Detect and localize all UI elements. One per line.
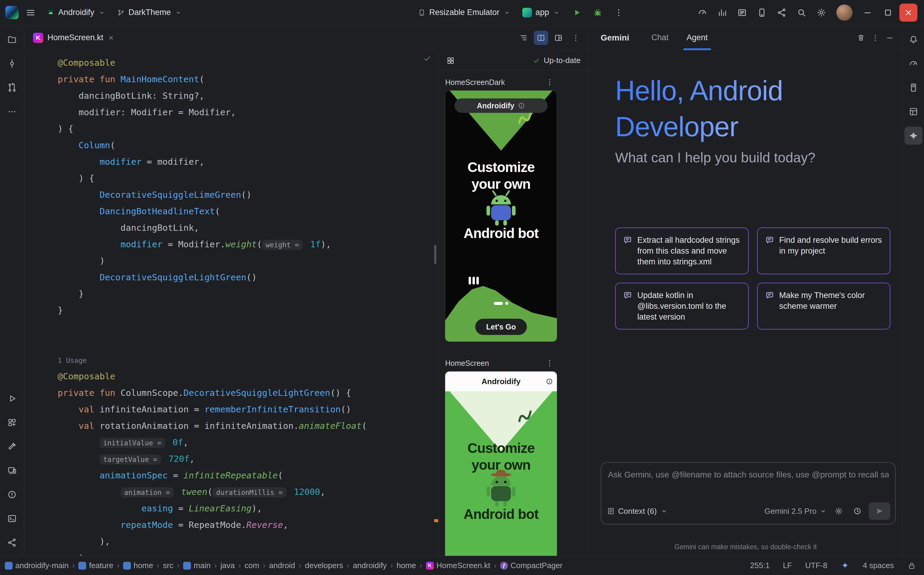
- project-icon[interactable]: [3, 30, 21, 49]
- run-icon[interactable]: [3, 389, 21, 408]
- version-control-icon[interactable]: [3, 534, 21, 551]
- android-bot-image: [481, 187, 521, 227]
- gemini-prompt-input[interactable]: [608, 470, 889, 480]
- breadcrumb-item[interactable]: developers: [305, 561, 343, 570]
- minimize-button[interactable]: [859, 3, 876, 22]
- more-icon[interactable]: [3, 103, 21, 121]
- preview-menu-button[interactable]: [542, 356, 557, 370]
- chat-bubble-icon: [623, 235, 633, 245]
- gemini-suggestion-card[interactable]: Update kotlin in @libs.version.toml to t…: [615, 283, 749, 329]
- logcat-icon[interactable]: [733, 3, 751, 22]
- tab-label: HomeScreen.kt: [48, 33, 103, 42]
- version-control-icon[interactable]: [773, 3, 791, 22]
- avatar[interactable]: [837, 5, 852, 21]
- tab-agent[interactable]: Agent: [684, 25, 711, 50]
- ai-spark-icon[interactable]: [841, 561, 849, 570]
- build-icon[interactable]: [3, 438, 21, 456]
- device-manager-icon[interactable]: [753, 3, 771, 22]
- breadcrumb-separator: ›: [156, 561, 160, 570]
- run-button[interactable]: [568, 3, 586, 22]
- context-icon: [607, 507, 615, 515]
- device-explorer-icon[interactable]: [905, 79, 922, 97]
- gemini-suggestion-card[interactable]: Make my Theme's color scheme warmer: [757, 283, 891, 329]
- editor-scrollbar[interactable]: [434, 245, 436, 264]
- breadcrumb-item[interactable]: HomeScreen.kt: [426, 561, 490, 570]
- gemini-settings-button[interactable]: [832, 504, 846, 518]
- gemini-prompt-box[interactable]: Context (6) Gemini 2.5 Pro: [601, 462, 896, 524]
- breadcrumb-item[interactable]: androidify-main: [5, 561, 69, 570]
- inspections-ok-icon[interactable]: [423, 54, 432, 64]
- code-line: val infiniteAnimation = rememberInfinite…: [58, 401, 438, 418]
- statusbar-right: 255:1 LF UTF-8 4 spaces: [750, 561, 916, 570]
- breadcrumb-item[interactable]: src: [163, 561, 173, 570]
- commit-icon[interactable]: [3, 55, 21, 73]
- pull-requests-icon[interactable]: [3, 79, 21, 97]
- line-separator[interactable]: LF: [783, 561, 792, 570]
- history-button[interactable]: [850, 504, 865, 518]
- preview-menu-button[interactable]: [542, 75, 557, 89]
- breadcrumb-item[interactable]: java: [220, 561, 235, 570]
- app-insights-icon[interactable]: [713, 3, 731, 22]
- terminal-icon[interactable]: [3, 510, 21, 527]
- gemini-suggestion-card[interactable]: Find and resolve build errors in my proj…: [757, 227, 891, 274]
- more-actions-button[interactable]: [610, 3, 628, 22]
- branch-selector[interactable]: DarkTheme: [113, 3, 186, 22]
- preview-homescreen-dark[interactable]: Androidify Customize your own: [445, 91, 557, 342]
- maximize-button[interactable]: [879, 3, 897, 22]
- preview-name-dark: HomeScreenDark: [445, 78, 505, 87]
- project-selector[interactable]: Androidify: [43, 3, 110, 22]
- breadcrumb-item[interactable]: home: [396, 561, 416, 570]
- services-icon[interactable]: [3, 413, 21, 432]
- gemini-options-button[interactable]: [868, 30, 883, 45]
- breadcrumb-item[interactable]: feature: [78, 561, 113, 570]
- problems-icon[interactable]: [3, 486, 21, 504]
- code-line: ) {: [58, 121, 438, 137]
- settings-icon[interactable]: [812, 3, 830, 22]
- breadcrumb-separator: ›: [176, 561, 180, 570]
- context-label: Context (6): [618, 507, 657, 516]
- close-button[interactable]: [899, 3, 918, 22]
- notifications-icon[interactable]: [905, 30, 922, 49]
- device-selector[interactable]: Resizable Emulator: [413, 3, 515, 22]
- breadcrumb-item[interactable]: androidify: [353, 561, 387, 570]
- send-button[interactable]: [869, 502, 891, 520]
- preview-homescreen-light[interactable]: Androidify Customize your own: [445, 372, 557, 556]
- running-devices-icon[interactable]: [3, 462, 21, 480]
- tab-actions: [516, 30, 583, 45]
- layout-inspector-icon[interactable]: [905, 103, 922, 121]
- file-encoding[interactable]: UTF-8: [805, 561, 827, 570]
- left-sidebar: [0, 25, 24, 556]
- close-tab-icon[interactable]: [108, 34, 115, 41]
- context-selector[interactable]: Context (6): [607, 507, 668, 516]
- indent-style[interactable]: 4 spaces: [863, 561, 894, 570]
- run-config-selector[interactable]: app: [518, 3, 565, 22]
- caret-position[interactable]: 255:1: [750, 561, 770, 570]
- breadcrumb-item[interactable]: home: [123, 561, 153, 570]
- split-editor-button[interactable]: [534, 30, 548, 45]
- breadcrumb-item[interactable]: com: [245, 561, 259, 570]
- editor-structure-button[interactable]: [516, 30, 531, 45]
- debug-button[interactable]: [589, 3, 607, 22]
- preview-gallery-button[interactable]: [444, 53, 458, 68]
- gemini-suggestion-card[interactable]: Extract all hardcoded strings from this …: [615, 227, 749, 274]
- profiler-icon[interactable]: [905, 55, 922, 73]
- editor-layout-button[interactable]: [551, 30, 566, 45]
- breadcrumb-item[interactable]: main: [183, 561, 210, 570]
- code-editor[interactable]: @Composableprivate fun MainHomeContent( …: [24, 51, 438, 556]
- lets-go-button: Let's Go: [475, 319, 527, 335]
- model-selector[interactable]: Gemini 2.5 Pro: [765, 507, 827, 516]
- tab-options-button[interactable]: [569, 30, 583, 45]
- gemini-icon[interactable]: [905, 127, 922, 145]
- tab-chat[interactable]: Chat: [649, 25, 671, 50]
- code-line: Column(: [58, 137, 438, 154]
- lock-icon[interactable]: [907, 561, 916, 570]
- search-icon[interactable]: [792, 3, 811, 22]
- profiler-icon[interactable]: [693, 3, 711, 22]
- breadcrumb-item[interactable]: CompactPager: [500, 561, 563, 570]
- code-line: targetValue = 720f,: [58, 451, 438, 467]
- hide-panel-button[interactable]: [883, 30, 897, 45]
- delete-conversation-button[interactable]: [854, 30, 868, 45]
- main-menu-button[interactable]: [22, 3, 40, 22]
- breadcrumb-item[interactable]: android: [269, 561, 295, 570]
- tab-homescreen-kt[interactable]: HomeScreen.kt: [24, 25, 121, 50]
